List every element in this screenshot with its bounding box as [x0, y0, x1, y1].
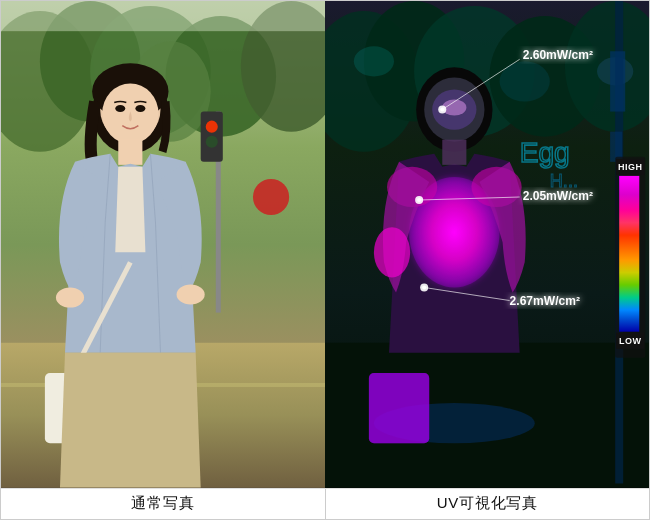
svg-point-13 [206, 136, 218, 148]
uv-photo-panel: Egg H... [325, 1, 649, 488]
svg-point-22 [56, 287, 84, 307]
svg-rect-40 [610, 51, 625, 111]
svg-rect-52 [442, 140, 466, 165]
svg-point-23 [177, 284, 205, 304]
svg-text:H...: H... [550, 171, 578, 191]
svg-point-12 [206, 121, 218, 133]
normal-label-container: 通常写真 [1, 489, 325, 520]
svg-text:LOW: LOW [619, 336, 642, 346]
svg-point-32 [354, 46, 394, 76]
svg-point-20 [135, 105, 145, 112]
svg-rect-21 [118, 140, 142, 165]
svg-text:HIGH: HIGH [618, 162, 643, 172]
normal-photo-panel [1, 1, 325, 488]
svg-rect-7 [1, 1, 325, 31]
svg-text:Egg: Egg [520, 137, 570, 168]
svg-point-19 [115, 105, 125, 112]
svg-text:2.60mW/cm²: 2.60mW/cm² [523, 48, 593, 62]
normal-photo-label: 通常写真 [131, 494, 194, 513]
svg-text:2.05mW/cm²: 2.05mW/cm² [523, 189, 593, 203]
svg-point-14 [253, 179, 289, 215]
svg-point-45 [374, 227, 410, 277]
uv-label-container: UV可視化写真 [326, 489, 650, 520]
svg-rect-68 [619, 176, 639, 332]
svg-text:2.67mW/cm²: 2.67mW/cm² [510, 294, 580, 308]
uv-photo-svg: Egg H... [325, 1, 649, 488]
label-bar: 通常写真 UV可視化写真 [1, 488, 649, 520]
uv-photo-label: UV可視化写真 [437, 494, 538, 513]
normal-photo-svg [1, 1, 325, 488]
svg-rect-58 [369, 373, 429, 443]
main-container: Egg H... [0, 0, 650, 520]
images-row: Egg H... [1, 1, 649, 488]
